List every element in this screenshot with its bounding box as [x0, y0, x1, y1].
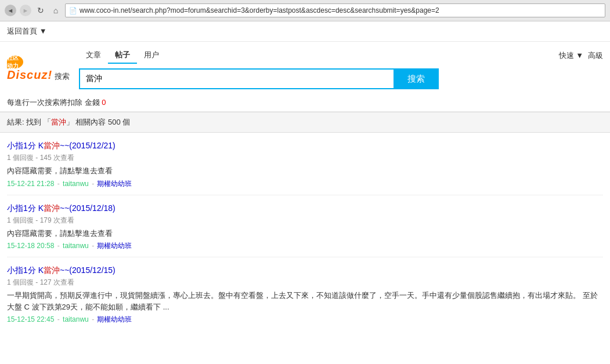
result-title-link-2[interactable]: 小指1分 K當沖~~(2015/12/18) — [7, 203, 115, 213]
result-meta-2: 15-12-18 20:58 - taitanwu - 期權幼幼班 — [7, 241, 603, 251]
result-forum-2[interactable]: 期權幼幼班 — [97, 242, 132, 250]
cost-value: 0 — [102, 98, 106, 107]
result-title-line: 小指1分 K當沖~~(2015/12/18) — [7, 203, 603, 214]
back-home-link[interactable]: 返回首頁 ▼ — [7, 27, 47, 35]
results-suffix: 」 相關內容 500 個 — [66, 118, 131, 126]
result-date-3: 15-12-15 22:45 — [7, 315, 54, 323]
back-button[interactable]: ◄ — [5, 5, 16, 16]
result-item: 小指1分 K當沖~~(2015/12/18) 1 個回復 - 179 次查看 內… — [7, 195, 603, 258]
result-author-2[interactable]: taitanwu — [63, 242, 89, 250]
logo-area: 社区 动力 Discuz! 搜索 — [7, 56, 70, 82]
cost-notice: 每進行一次搜索將扣除 金錢 0 — [0, 94, 610, 112]
forward-button[interactable]: ► — [20, 5, 31, 16]
result-snippet-2: 內容隱藏需要，請點擊進去查看 — [7, 228, 603, 239]
page-content: 返回首頁 ▼ 社区 动力 Discuz! 搜索 文章 帖子 — [0, 21, 610, 330]
result-title-line: 小指1分 K當沖~~(2015/12/21) — [7, 141, 603, 151]
result-forum-3[interactable]: 期權幼幼班 — [97, 315, 132, 323]
back-home-arrow: ▼ — [39, 27, 47, 35]
result-meta-short-1: 1 個回復 - 145 次查看 — [7, 153, 603, 163]
result-item: 小指1分 K當沖~~(2015/12/21) 1 個回復 - 145 次查看 內… — [7, 133, 603, 195]
results-list: 小指1分 K當沖~~(2015/12/21) 1 個回復 - 145 次查看 內… — [0, 133, 610, 330]
search-box-row: 搜索 — [79, 68, 439, 89]
result-title-link-1[interactable]: 小指1分 K當沖~~(2015/12/21) — [7, 141, 115, 150]
result-title-line: 小指1分 K當沖~~(2015/12/15) — [7, 265, 603, 276]
tab-posts[interactable]: 帖子 — [108, 48, 137, 64]
address-bar: 📄 — [65, 3, 605, 17]
back-nav: 返回首頁 ▼ — [0, 21, 610, 42]
result-author-1[interactable]: taitanwu — [63, 180, 89, 188]
results-prefix: 結果: 找到 「 — [7, 118, 51, 126]
browser-chrome: ◄ ► ↻ ⌂ 📄 — [0, 0, 610, 21]
logo-tagline-text: 社区 动力 — [7, 54, 23, 70]
home-button[interactable]: ⌂ — [50, 5, 62, 16]
logo-discuz: Discuz! — [7, 68, 52, 82]
results-keyword: 當沖 — [51, 118, 66, 126]
result-meta-short-2: 1 個回復 - 179 次查看 — [7, 216, 603, 225]
tab-users[interactable]: 用户 — [137, 48, 166, 64]
result-snippet-1: 內容隱藏需要，請點擊進去查看 — [7, 165, 603, 177]
search-input[interactable] — [79, 68, 394, 89]
result-forum-1[interactable]: 期權幼幼班 — [97, 180, 132, 188]
cost-notice-text: 每進行一次搜索將扣除 金錢 — [7, 98, 100, 107]
result-item: 小指1分 K當沖~~(2015/12/15) 1 個回復 - 127 次查看 一… — [7, 257, 603, 330]
result-author-3[interactable]: taitanwu — [63, 315, 89, 323]
search-tabs-area: 文章 帖子 用户 快速 ▼ 高級 搜索 — [79, 48, 603, 89]
result-date-1: 15-12-21 21:28 — [7, 180, 54, 188]
result-meta-1: 15-12-21 21:28 - taitanwu - 期權幼幼班 — [7, 179, 603, 189]
result-title-link-3[interactable]: 小指1分 K當沖~~(2015/12/15) — [7, 265, 115, 275]
search-header: 社区 动力 Discuz! 搜索 文章 帖子 用户 快速 ▼ — [0, 42, 610, 94]
search-tabs: 文章 帖子 用户 快速 ▼ 高級 — [79, 48, 603, 64]
result-meta-3: 15-12-15 22:45 - taitanwu - 期權幼幼班 — [7, 315, 603, 325]
tab-articles[interactable]: 文章 — [79, 48, 108, 64]
quick-search[interactable]: 快速 ▼ — [559, 50, 584, 61]
refresh-button[interactable]: ↻ — [35, 5, 46, 16]
result-meta-short-3: 1 個回復 - 127 次查看 — [7, 278, 603, 287]
browser-toolbar: ◄ ► ↻ ⌂ 📄 — [0, 0, 610, 21]
search-button[interactable]: 搜索 — [394, 68, 439, 89]
logo-search-text: 搜索 — [55, 71, 70, 82]
page-icon: 📄 — [69, 7, 77, 14]
tab-right: 快速 ▼ 高級 — [559, 50, 604, 61]
logo-top: 社区 动力 — [7, 56, 23, 68]
result-snippet-3: 一早期貨開高，預期反彈進行中，現貨開盤續漲，專心上班去。盤中有空看盤，上去又下來… — [7, 290, 603, 312]
back-home-label: 返回首頁 — [7, 27, 37, 35]
address-input[interactable] — [80, 6, 601, 14]
advanced-search[interactable]: 高級 — [588, 50, 603, 61]
result-date-2: 15-12-18 20:58 — [7, 242, 54, 250]
logo-bubble: 社区 动力 — [7, 56, 23, 68]
results-header: 結果: 找到 「當沖」 相關內容 500 個 — [0, 112, 610, 133]
